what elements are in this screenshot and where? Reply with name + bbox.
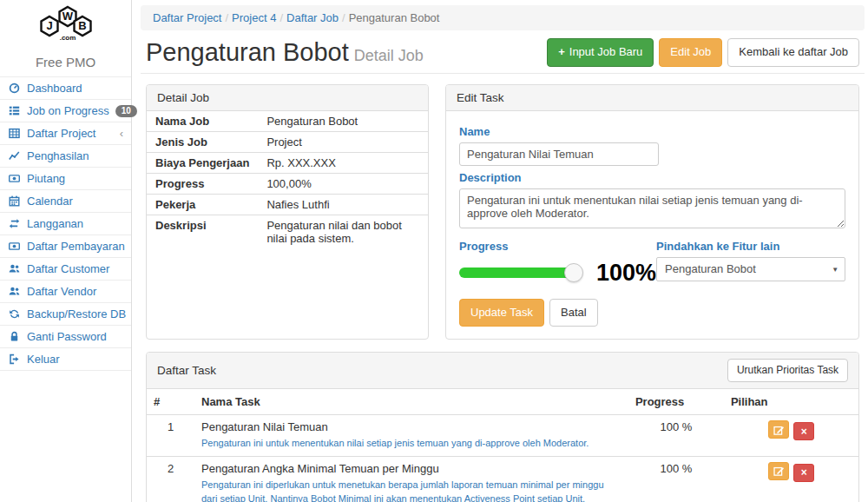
task-description: Pengaturan ini untuk menentukan nilai se… <box>201 436 621 451</box>
sidebar-item-langganan[interactable]: Langganan <box>0 212 131 234</box>
edit-task-panel-title: Edit Task <box>446 85 858 111</box>
daftar-task-panel-title: Daftar Task <box>157 364 216 377</box>
close-icon: × <box>801 466 807 479</box>
sidebar-item-daftar-pembayaran[interactable]: Daftar Pembayaran <box>0 234 131 257</box>
sidebar: W J B .com Free PMO Dashboard Job on Pro… <box>0 0 132 502</box>
main-content: Daftar Project/Project 4/Daftar Job/Peng… <box>132 0 868 502</box>
delete-task-button[interactable]: × <box>793 422 814 440</box>
lock-icon <box>8 331 21 343</box>
column-pilihan: Pilihan <box>724 389 858 415</box>
job-list-icon <box>8 105 21 117</box>
table-icon <box>8 128 21 140</box>
table-row: 2 Pengaturan Angka Minimal Temuan per Mi… <box>147 456 858 502</box>
sidebar-item-daftar-vendor[interactable]: Daftar Vendor <box>0 280 131 302</box>
chevron-left-icon: ‹ <box>120 128 123 139</box>
task-name: Pengaturan Nilai Temuan <box>201 420 621 433</box>
dashboard-icon <box>8 83 21 95</box>
svg-text:W: W <box>62 10 73 23</box>
task-name-input[interactable] <box>459 142 659 166</box>
sidebar-nav: Dashboard Job on Progress 10 Daftar Proj… <box>0 76 131 371</box>
table-row: Biaya PengerjaanRp. XXX.XXX <box>147 152 428 173</box>
svg-text:B: B <box>78 19 86 32</box>
batal-button[interactable]: Batal <box>549 299 598 327</box>
refresh-icon <box>8 308 21 320</box>
jwb-logo-icon: W J B .com <box>28 5 104 45</box>
edit-task-panel: Edit Task Name Description Pengaturan in… <box>445 84 859 340</box>
calendar-icon <box>8 195 21 208</box>
close-icon: × <box>801 426 807 438</box>
sidebar-item-backup-restore-db[interactable]: Backup/Restore DB <box>0 302 131 325</box>
delete-task-button[interactable]: × <box>793 464 814 482</box>
breadcrumb-separator: / <box>221 11 232 24</box>
progress-value: 100% <box>596 260 656 287</box>
page-subtitle: Detail Job <box>354 47 424 64</box>
task-description: Pengaturan ini diperlukan untuk menetuka… <box>201 478 621 502</box>
sidebar-item-daftar-customer[interactable]: Daftar Customer <box>0 257 131 280</box>
svg-text:.com: .com <box>59 34 76 42</box>
edit-task-button[interactable] <box>768 462 789 480</box>
breadcrumb-separator: / <box>276 11 286 24</box>
breadcrumb-daftar-job[interactable]: Daftar Job <box>286 11 339 24</box>
progress-label: Progress <box>459 240 656 253</box>
kembali-ke-daftar-job-button[interactable]: Kembali ke daftar Job <box>727 38 859 66</box>
urutkan-prioritas-task-button[interactable]: Urutkan Prioritas Task <box>727 359 848 382</box>
page-title: Pengaturan BobotDetail Job <box>146 37 424 68</box>
task-table: # Nama Task Progress Pilihan 1 Pengatura… <box>147 389 858 502</box>
table-header-row: # Nama Task Progress Pilihan <box>147 389 858 415</box>
money-icon <box>8 173 21 185</box>
sidebar-item-calendar[interactable]: Calendar <box>0 189 131 212</box>
input-job-baru-button[interactable]: +Input Job Baru <box>547 38 654 66</box>
task-description-textarea[interactable]: Pengaturan ini untuk menentukan nilai se… <box>459 188 845 228</box>
name-label: Name <box>459 125 845 138</box>
daftar-task-panel: Daftar Task Urutkan Prioritas Task # Nam… <box>146 352 859 502</box>
table-row: Progress100,00% <box>147 173 428 194</box>
column-no: # <box>147 389 194 415</box>
table-row: DeskripsiPengaturan nilai dan bobot nila… <box>147 215 428 248</box>
move-to-feature-select[interactable]: Pengaturan Bobot ▼ <box>656 257 845 281</box>
sign-out-icon <box>8 353 21 366</box>
title-divider <box>141 73 865 74</box>
breadcrumb-current: Pengaturan Bobot <box>349 11 440 24</box>
brand-name: Free PMO <box>0 51 131 76</box>
pencil-square-icon <box>773 466 784 476</box>
brand-logo[interactable]: W J B .com <box>0 0 131 51</box>
sidebar-item-keluar[interactable]: Keluar <box>0 347 131 371</box>
progress-slider-handle[interactable] <box>564 263 583 282</box>
table-row: Nama JobPengaturan Bobot <box>147 111 428 132</box>
users-icon <box>8 286 21 298</box>
users-icon <box>8 263 21 275</box>
description-label: Description <box>459 171 845 184</box>
pencil-square-icon <box>773 425 784 435</box>
column-nama-task: Nama Task <box>194 389 628 415</box>
app-window: W J B .com Free PMO Dashboard Job on Pro… <box>0 0 868 502</box>
breadcrumb-daftar-project[interactable]: Daftar Project <box>153 11 221 24</box>
sidebar-item-penghasilan[interactable]: Penghasilan <box>0 144 131 167</box>
progress-slider[interactable] <box>459 268 574 278</box>
page-actions: +Input Job Baru Edit Job Kembali ke daft… <box>547 38 859 66</box>
task-name: Pengaturan Angka Minimal Temuan per Ming… <box>201 462 621 475</box>
money-icon <box>8 241 21 253</box>
table-row: 1 Pengaturan Nilai TemuanPengaturan ini … <box>147 415 858 457</box>
line-chart-icon <box>8 150 21 162</box>
plus-icon: + <box>558 44 565 60</box>
breadcrumb-project-4[interactable]: Project 4 <box>232 11 276 24</box>
move-to-feature-label: Pindahkan ke Fitur lain <box>656 240 845 253</box>
sidebar-item-ganti-password[interactable]: Ganti Password <box>0 325 131 347</box>
sidebar-item-dashboard[interactable]: Dashboard <box>0 76 131 99</box>
detail-job-table: Nama JobPengaturan Bobot Jenis JobProjec… <box>147 111 428 248</box>
sidebar-item-piutang[interactable]: Piutang <box>0 167 131 189</box>
breadcrumb-separator: / <box>339 11 349 24</box>
sidebar-item-job-on-progress[interactable]: Job on Progress 10 <box>0 99 131 122</box>
breadcrumb: Daftar Project/Project 4/Daftar Job/Peng… <box>141 5 865 30</box>
edit-job-button[interactable]: Edit Job <box>659 38 722 66</box>
svg-text:J: J <box>46 19 52 32</box>
column-progress: Progress <box>628 389 724 415</box>
update-task-button[interactable]: Update Task <box>459 299 544 327</box>
detail-job-panel-title: Detail Job <box>147 85 428 111</box>
exchange-icon <box>8 218 21 230</box>
edit-task-button[interactable] <box>768 420 789 439</box>
sidebar-item-daftar-project[interactable]: Daftar Project ‹ <box>0 122 131 144</box>
table-row: Jenis JobProject <box>147 131 428 152</box>
detail-job-panel: Detail Job Nama JobPengaturan Bobot Jeni… <box>146 84 429 340</box>
table-row: PekerjaNafies Luthfi <box>147 194 428 215</box>
